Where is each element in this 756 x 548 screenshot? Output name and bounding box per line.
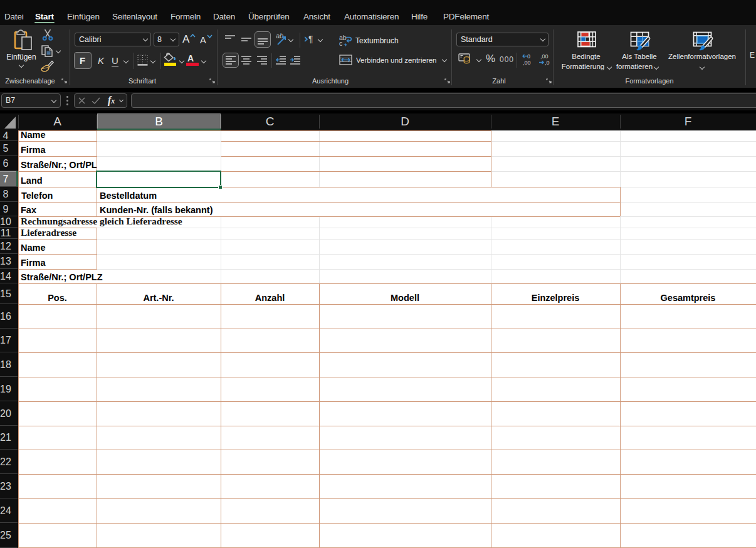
svg-text:,0: ,0 <box>545 60 550 66</box>
svg-text:,00: ,00 <box>540 53 549 60</box>
svg-text:,00: ,00 <box>523 60 531 66</box>
svg-text:0: 0 <box>527 53 530 60</box>
svg-text:ab: ab <box>276 33 283 40</box>
svg-text:c: c <box>339 40 342 46</box>
